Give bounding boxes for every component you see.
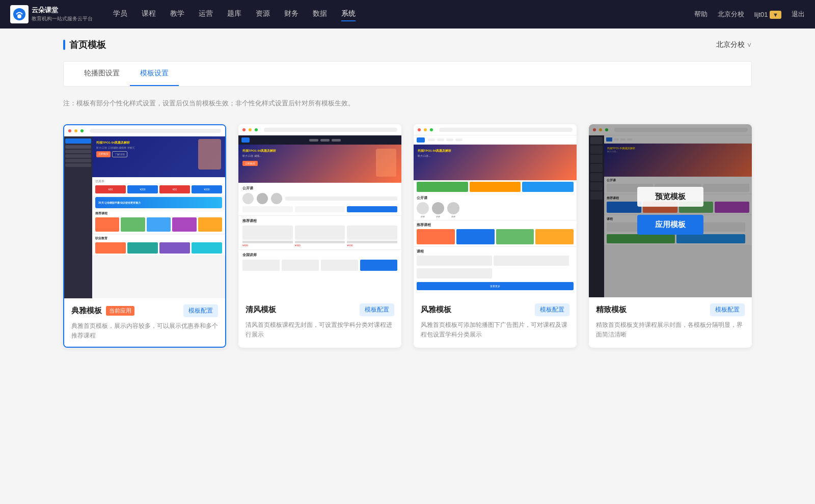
template-preview-4[interactable]: 预览模板 应用模板	[589, 124, 752, 297]
template-desc-4: 精致首页模板支持课程展示封面，各模板分隔明显，界面简洁清晰	[596, 320, 745, 340]
template-name-3: 风雅模板	[421, 305, 451, 315]
svg-point-1	[17, 14, 21, 18]
template-config-btn-2[interactable]: 模板配置	[360, 303, 394, 316]
template-card-2: 托福TPO1-54真题及解析 听力 口语 成绩... 立即购买 公开课	[238, 124, 401, 348]
page-title-bar	[63, 40, 65, 50]
template-badge-1: 当前应用	[106, 306, 134, 316]
page-container: 首页模板 北京分校 ∨ 轮播图设置 模板设置 注：模板有部分个性化样式设置，设置…	[51, 29, 764, 358]
template-name-1: 典雅模板	[71, 306, 102, 316]
page-title: 首页模板	[69, 39, 106, 51]
template-name-2: 清风模板	[246, 305, 276, 315]
card-title-row-3: 风雅模板 模板配置	[421, 303, 569, 316]
template-name-4: 精致模板	[596, 305, 627, 315]
template-desc-1: 典雅首页模板，展示内容较多，可以展示优惠券和多个推荐课程	[71, 321, 218, 341]
card-title-left-4: 精致模板	[596, 305, 627, 315]
chevron-down-icon: ∨	[747, 41, 752, 49]
nav-resources[interactable]: 资源	[256, 7, 270, 21]
tab-carousel[interactable]: 轮播图设置	[74, 62, 130, 86]
card-title-row-4: 精致模板 模板配置	[596, 303, 745, 316]
nav-logout[interactable]: 退出	[792, 10, 805, 19]
page-title-wrapper: 首页模板	[63, 39, 106, 51]
mockup-2: 托福TPO1-54真题及解析 听力 口语 成绩... 立即购买 公开课	[238, 124, 401, 297]
card-info-1: 典雅模板 当前应用 模板配置 典雅首页模板，展示内容较多，可以展示优惠券和多个推…	[64, 298, 225, 347]
navbar: 云朵课堂 教育机构一站式服务云平台 学员 课程 教学 运营 题库 资源 财务 数…	[0, 0, 815, 29]
nav-courses[interactable]: 课程	[142, 7, 156, 21]
templates-grid: 托福TPO1-54真题及解析 听力 口语 口语辅助 成绩单 评析汇 立即购买 了…	[63, 124, 752, 348]
template-config-btn-4[interactable]: 模板配置	[710, 303, 745, 316]
card-title-row-1: 典雅模板 当前应用 模板配置	[71, 304, 218, 317]
nav-system[interactable]: 系统	[341, 7, 356, 21]
brand-logo	[10, 5, 29, 23]
template-preview-3[interactable]: 托福TPO1-54真题及解析 听力 口语... 公开课	[414, 124, 577, 297]
nav-finance[interactable]: 财务	[284, 7, 298, 21]
nav-user[interactable]: lijt01 ▼	[754, 11, 781, 18]
card-title-row-2: 清风模板 模板配置	[246, 303, 394, 316]
template-desc-2: 清风首页模板课程无封面，可设置按学科分类对课程进行展示	[246, 320, 394, 340]
card-title-left-2: 清风模板	[246, 305, 276, 315]
brand: 云朵课堂 教育机构一站式服务云平台	[10, 5, 93, 23]
card-info-3: 风雅模板 模板配置 风雅首页模板可添加轮播图下广告图片，可对课程及课程包设置学科…	[414, 297, 577, 346]
note-bar: 注：模板有部分个性化样式设置，设置后仅当前模板生效；非个性化样式设置后针对所有模…	[63, 95, 752, 112]
template-card-4: 预览模板 应用模板	[589, 124, 752, 348]
template-preview-2[interactable]: 托福TPO1-54真题及解析 听力 口语 成绩... 立即购买 公开课	[238, 124, 401, 297]
tab-template[interactable]: 模板设置	[130, 62, 179, 86]
nav-branch[interactable]: 北京分校	[718, 10, 744, 19]
mockup-3: 托福TPO1-54真题及解析 听力 口语... 公开课	[414, 124, 577, 297]
nav-teaching[interactable]: 教学	[170, 7, 184, 21]
user-dropdown-icon[interactable]: ▼	[770, 11, 781, 19]
nav-help[interactable]: 帮助	[694, 10, 708, 19]
template-card-1: 托福TPO1-54真题及解析 听力 口语 口语辅助 成绩单 评析汇 立即购买 了…	[63, 124, 226, 348]
template-card-3: 托福TPO1-54真题及解析 听力 口语... 公开课	[414, 124, 577, 348]
card-title-left-3: 风雅模板	[421, 305, 451, 315]
template-overlay-4: 预览模板 应用模板	[589, 124, 752, 297]
preview-template-btn-4[interactable]: 预览模板	[637, 187, 703, 207]
template-config-btn-3[interactable]: 模板配置	[535, 303, 569, 316]
nav-operations[interactable]: 运营	[199, 7, 213, 21]
nav-students[interactable]: 学员	[113, 7, 127, 21]
nav-right: 帮助 北京分校 lijt01 ▼ 退出	[694, 10, 805, 19]
nav-items: 学员 课程 教学 运营 题库 资源 财务 数据 系统	[113, 7, 694, 21]
template-config-btn-1[interactable]: 模板配置	[183, 304, 218, 317]
template-preview-1[interactable]: 托福TPO1-54真题及解析 听力 口语 口语辅助 成绩单 评析汇 立即购买 了…	[64, 125, 225, 298]
page-header: 首页模板 北京分校 ∨	[63, 39, 752, 51]
brand-text: 云朵课堂 教育机构一站式服务云平台	[32, 6, 93, 22]
apply-template-btn-4[interactable]: 应用模板	[637, 215, 703, 235]
nav-data[interactable]: 数据	[313, 7, 327, 21]
tabs-container: 轮播图设置 模板设置	[63, 61, 752, 87]
nav-questions[interactable]: 题库	[227, 7, 241, 21]
card-info-4: 精致模板 模板配置 精致首页模板支持课程展示封面，各模板分隔明显，界面简洁清晰	[589, 297, 752, 346]
tabs: 轮播图设置 模板设置	[74, 62, 741, 86]
card-info-2: 清风模板 模板配置 清风首页模板课程无封面，可设置按学科分类对课程进行展示	[238, 297, 401, 346]
mockup-1: 托福TPO1-54真题及解析 听力 口语 口语辅助 成绩单 评析汇 立即购买 了…	[64, 125, 225, 298]
template-desc-3: 风雅首页模板可添加轮播图下广告图片，可对课程及课程包设置学科分类展示	[421, 320, 569, 340]
branch-selector[interactable]: 北京分校 ∨	[716, 40, 752, 49]
card-title-left-1: 典雅模板 当前应用	[71, 306, 134, 316]
